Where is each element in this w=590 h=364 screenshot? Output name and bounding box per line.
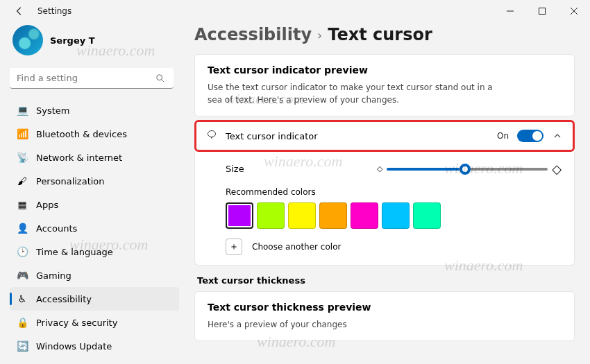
thickness-preview-title: Text cursor thickness preview <box>208 302 562 313</box>
nav-icon: 🔄 <box>17 340 28 352</box>
indicator-toggle-highlight: Text cursor indicator On <box>194 120 575 152</box>
size-label: Size <box>226 164 364 174</box>
color-swatch[interactable] <box>226 202 253 229</box>
sidebar-item-time-language[interactable]: 🕑Time & language <box>10 240 179 263</box>
maximize-button[interactable] <box>526 0 558 22</box>
nav-label: Gaming <box>36 270 71 281</box>
thickness-section-title: Text cursor thickness <box>197 275 575 286</box>
indicator-switch[interactable] <box>517 130 543 142</box>
avatar <box>12 25 43 55</box>
colors-label: Recommended colors <box>226 187 562 197</box>
nav-icon: 💻 <box>17 105 28 116</box>
color-swatch[interactable] <box>413 202 441 229</box>
color-swatch[interactable] <box>288 202 316 229</box>
sidebar-item-system[interactable]: 💻System <box>10 98 179 122</box>
nav-icon: 📡 <box>17 152 28 163</box>
toggle-state-label: On <box>497 131 509 141</box>
breadcrumb-parent[interactable]: Accessibility <box>194 25 312 44</box>
preview-card: Text cursor indicator preview Use the te… <box>194 54 575 116</box>
sidebar-item-personalization[interactable]: 🖌Personalization <box>10 169 179 193</box>
nav-icon: ♿ <box>17 293 28 304</box>
color-swatch[interactable] <box>351 202 378 229</box>
svg-line-3 <box>162 80 165 83</box>
search-icon <box>155 73 165 86</box>
nav-label: Accounts <box>36 223 77 234</box>
main-panel: Accessibility › Text cursor Text cursor … <box>183 22 590 364</box>
nav-label: Personalization <box>36 176 105 187</box>
sidebar-item-bluetooth-devices[interactable]: 📶Bluetooth & devices <box>10 122 179 146</box>
back-button[interactable] <box>11 3 28 19</box>
thickness-preview-card: Text cursor thickness preview Here's a p… <box>194 291 575 341</box>
add-icon[interactable]: ＋ <box>226 239 242 255</box>
titlebar: Settings <box>0 0 590 22</box>
nav-label: Time & language <box>36 247 113 257</box>
chevron-right-icon: › <box>317 28 322 42</box>
nav-label: Apps <box>36 200 58 210</box>
swatch-row <box>226 202 562 229</box>
nav-label: Windows Update <box>36 341 112 352</box>
username: Sergey T <box>50 35 95 46</box>
nav-label: System <box>36 105 69 116</box>
nav-icon: 🖌 <box>17 175 28 187</box>
thickness-preview-text: Here's a preview of your changes <box>208 318 499 331</box>
svg-rect-1 <box>539 8 546 15</box>
profile[interactable]: Sergey T <box>10 25 179 55</box>
choose-color-label[interactable]: Choose another color <box>252 242 341 252</box>
svg-point-2 <box>157 75 162 80</box>
breadcrumb: Accessibility › Text cursor <box>194 25 575 44</box>
sidebar-item-accounts[interactable]: 👤Accounts <box>10 216 179 240</box>
indicator-options: Size ◇ ◇ Recommended colors ＋ Choose ano… <box>194 152 575 266</box>
sidebar-item-gaming[interactable]: 🎮Gaming <box>10 263 179 287</box>
window-title: Settings <box>37 6 71 16</box>
nav-label: Accessibility <box>36 294 92 304</box>
size-small-icon: ◇ <box>377 164 382 173</box>
color-swatch[interactable] <box>257 202 285 229</box>
sidebar-item-network-internet[interactable]: 📡Network & internet <box>10 146 179 169</box>
color-swatch[interactable] <box>319 202 347 229</box>
page-title: Text cursor <box>328 25 432 44</box>
sidebar-item-accessibility[interactable]: ♿Accessibility <box>10 287 179 311</box>
sidebar-item-privacy-security[interactable]: 🔒Privacy & security <box>10 311 179 334</box>
nav-icon: ▦ <box>17 199 28 210</box>
sidebar-item-windows-update[interactable]: 🔄Windows Update <box>10 334 179 358</box>
search-input[interactable] <box>10 68 174 89</box>
close-button[interactable] <box>558 0 590 22</box>
minimize-button[interactable] <box>494 0 526 22</box>
color-swatch[interactable] <box>382 202 410 229</box>
nav-label: Network & internet <box>36 153 122 163</box>
nav-icon: 📶 <box>17 128 28 139</box>
preview-text: Use the text cursor indicator to make yo… <box>208 81 499 106</box>
indicator-label: Text cursor indicator <box>226 131 318 141</box>
indicator-toggle-row[interactable]: Text cursor indicator On <box>196 122 573 150</box>
size-large-icon: ◇ <box>552 162 562 176</box>
nav-icon: 🔒 <box>17 317 28 328</box>
tag-icon <box>206 129 217 143</box>
nav-label: Bluetooth & devices <box>36 129 127 139</box>
nav-icon: 🕑 <box>17 246 28 257</box>
nav-icon: 👤 <box>17 223 28 234</box>
sidebar-item-apps[interactable]: ▦Apps <box>10 193 179 216</box>
sidebar: Sergey T 💻System📶Bluetooth & devices📡Net… <box>0 22 183 364</box>
nav-icon: 🎮 <box>17 270 28 281</box>
size-slider[interactable]: ◇ ◇ <box>377 162 562 176</box>
nav-label: Privacy & security <box>36 318 117 328</box>
preview-title: Text cursor indicator preview <box>208 64 562 76</box>
chevron-up-icon[interactable] <box>552 130 563 141</box>
